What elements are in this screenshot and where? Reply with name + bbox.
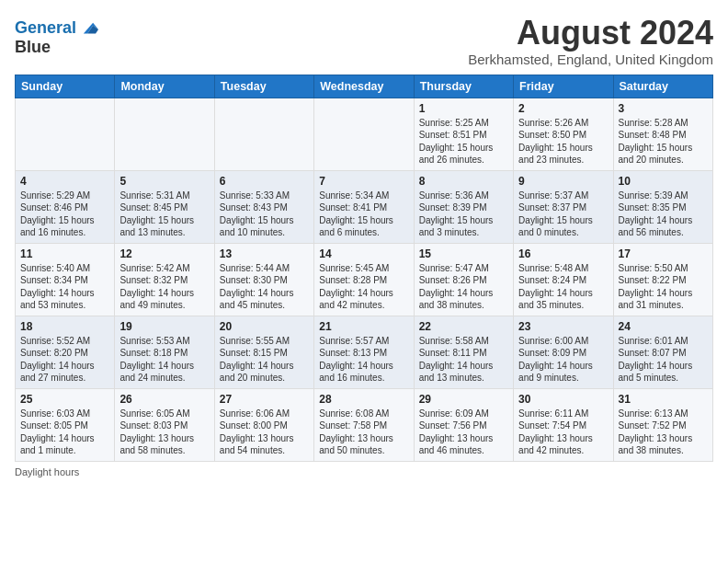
day-number: 25 [20, 393, 109, 406]
calendar-week-row: 25Sunrise: 6:03 AM Sunset: 8:05 PM Dayli… [16, 388, 713, 461]
cell-data: Sunrise: 6:05 AM Sunset: 8:03 PM Dayligh… [119, 408, 209, 457]
calendar-cell: 11Sunrise: 5:40 AM Sunset: 8:34 PM Dayli… [16, 243, 115, 316]
calendar-cell: 31Sunrise: 6:13 AM Sunset: 7:52 PM Dayli… [613, 388, 712, 461]
cell-data: Sunrise: 6:13 AM Sunset: 7:52 PM Dayligh… [619, 408, 708, 457]
day-number: 6 [220, 175, 309, 188]
cell-data: Sunrise: 5:25 AM Sunset: 8:51 PM Dayligh… [419, 117, 508, 167]
calendar-cell: 5Sunrise: 5:31 AM Sunset: 8:45 PM Daylig… [115, 170, 214, 243]
calendar-week-row: 18Sunrise: 5:52 AM Sunset: 8:20 PM Dayli… [16, 316, 713, 388]
calendar-cell: 19Sunrise: 5:53 AM Sunset: 8:18 PM Dayli… [115, 316, 214, 388]
day-number: 7 [319, 175, 408, 188]
calendar-cell: 12Sunrise: 5:42 AM Sunset: 8:32 PM Dayli… [115, 243, 214, 316]
calendar-cell: 28Sunrise: 6:08 AM Sunset: 7:58 PM Dayli… [314, 388, 414, 461]
cell-data: Sunrise: 6:09 AM Sunset: 7:56 PM Dayligh… [419, 408, 508, 457]
calendar-cell [115, 98, 214, 170]
day-number: 2 [518, 102, 608, 115]
cell-data: Sunrise: 5:33 AM Sunset: 8:43 PM Dayligh… [220, 190, 309, 239]
calendar-cell: 7Sunrise: 5:34 AM Sunset: 8:41 PM Daylig… [314, 170, 414, 243]
cell-data: Sunrise: 5:45 AM Sunset: 8:28 PM Dayligh… [319, 262, 408, 312]
weekday-header: Sunday [16, 75, 115, 98]
day-number: 16 [518, 247, 608, 260]
logo-text-line2: Blue [15, 39, 98, 57]
cell-data: Sunrise: 5:55 AM Sunset: 8:15 PM Dayligh… [220, 335, 309, 385]
calendar-cell [314, 98, 414, 170]
day-number: 28 [319, 393, 408, 406]
calendar-cell: 25Sunrise: 6:03 AM Sunset: 8:05 PM Dayli… [16, 388, 115, 461]
calendar-cell: 22Sunrise: 5:58 AM Sunset: 8:11 PM Dayli… [414, 316, 513, 388]
cell-data: Sunrise: 6:08 AM Sunset: 7:58 PM Dayligh… [319, 408, 408, 457]
cell-data: Sunrise: 5:36 AM Sunset: 8:39 PM Dayligh… [419, 190, 508, 239]
month-title: August 2024 [468, 15, 713, 52]
calendar-table: SundayMondayTuesdayWednesdayThursdayFrid… [15, 75, 713, 462]
cell-data: Sunrise: 5:48 AM Sunset: 8:24 PM Dayligh… [518, 262, 608, 312]
calendar-cell: 1Sunrise: 5:25 AM Sunset: 8:51 PM Daylig… [414, 98, 513, 170]
calendar-cell: 2Sunrise: 5:26 AM Sunset: 8:50 PM Daylig… [514, 98, 613, 170]
calendar-cell: 16Sunrise: 5:48 AM Sunset: 8:24 PM Dayli… [514, 243, 613, 316]
calendar-week-row: 4Sunrise: 5:29 AM Sunset: 8:46 PM Daylig… [16, 170, 713, 243]
calendar-cell: 10Sunrise: 5:39 AM Sunset: 8:35 PM Dayli… [613, 170, 712, 243]
cell-data: Sunrise: 5:37 AM Sunset: 8:37 PM Dayligh… [518, 190, 608, 239]
calendar-cell: 3Sunrise: 5:28 AM Sunset: 8:48 PM Daylig… [613, 98, 712, 170]
day-number: 1 [419, 102, 508, 115]
weekday-header: Tuesday [214, 75, 313, 98]
weekday-header: Wednesday [314, 75, 414, 98]
calendar-cell: 17Sunrise: 5:50 AM Sunset: 8:22 PM Dayli… [613, 243, 712, 316]
day-number: 11 [20, 247, 109, 260]
calendar-cell: 8Sunrise: 5:36 AM Sunset: 8:39 PM Daylig… [414, 170, 513, 243]
day-number: 21 [319, 320, 408, 333]
calendar-cell: 20Sunrise: 5:55 AM Sunset: 8:15 PM Dayli… [214, 316, 313, 388]
day-number: 22 [419, 320, 508, 333]
cell-data: Sunrise: 6:11 AM Sunset: 7:54 PM Dayligh… [518, 408, 608, 457]
logo: General Blue [15, 18, 98, 57]
day-number: 20 [220, 320, 309, 333]
calendar-cell: 13Sunrise: 5:44 AM Sunset: 8:30 PM Dayli… [214, 243, 313, 316]
calendar-cell: 21Sunrise: 5:57 AM Sunset: 8:13 PM Dayli… [314, 316, 414, 388]
cell-data: Sunrise: 6:06 AM Sunset: 8:00 PM Dayligh… [220, 408, 309, 457]
cell-data: Sunrise: 5:42 AM Sunset: 8:32 PM Dayligh… [119, 262, 209, 312]
header-row: SundayMondayTuesdayWednesdayThursdayFrid… [16, 75, 713, 98]
day-number: 29 [419, 393, 508, 406]
cell-data: Sunrise: 5:50 AM Sunset: 8:22 PM Dayligh… [619, 262, 708, 312]
cell-data: Sunrise: 5:40 AM Sunset: 8:34 PM Dayligh… [20, 262, 109, 312]
calendar-cell: 30Sunrise: 6:11 AM Sunset: 7:54 PM Dayli… [514, 388, 613, 461]
cell-data: Sunrise: 5:39 AM Sunset: 8:35 PM Dayligh… [619, 190, 708, 239]
day-number: 10 [619, 175, 708, 188]
day-number: 30 [518, 393, 608, 406]
cell-data: Sunrise: 5:31 AM Sunset: 8:45 PM Dayligh… [119, 190, 209, 239]
calendar-cell [214, 98, 313, 170]
day-number: 31 [619, 393, 708, 406]
page: General Blue August 2024 Berkhamsted, En… [0, 0, 728, 487]
calendar-cell: 26Sunrise: 6:05 AM Sunset: 8:03 PM Dayli… [115, 388, 214, 461]
calendar-cell: 23Sunrise: 6:00 AM Sunset: 8:09 PM Dayli… [514, 316, 613, 388]
cell-data: Sunrise: 5:58 AM Sunset: 8:11 PM Dayligh… [419, 335, 508, 385]
calendar-week-row: 11Sunrise: 5:40 AM Sunset: 8:34 PM Dayli… [16, 243, 713, 316]
day-number: 4 [20, 175, 109, 188]
weekday-header: Monday [115, 75, 214, 98]
day-number: 26 [119, 393, 209, 406]
cell-data: Sunrise: 5:26 AM Sunset: 8:50 PM Dayligh… [518, 117, 608, 167]
day-number: 13 [220, 247, 309, 260]
day-number: 27 [220, 393, 309, 406]
title-area: August 2024 Berkhamsted, England, United… [468, 15, 713, 67]
calendar-cell [16, 98, 115, 170]
calendar-cell: 14Sunrise: 5:45 AM Sunset: 8:28 PM Dayli… [314, 243, 414, 316]
calendar-cell: 15Sunrise: 5:47 AM Sunset: 8:26 PM Dayli… [414, 243, 513, 316]
day-number: 9 [518, 175, 608, 188]
weekday-header: Thursday [414, 75, 513, 98]
day-number: 18 [20, 320, 109, 333]
calendar-cell: 9Sunrise: 5:37 AM Sunset: 8:37 PM Daylig… [514, 170, 613, 243]
cell-data: Sunrise: 5:29 AM Sunset: 8:46 PM Dayligh… [20, 190, 109, 239]
day-number: 24 [619, 320, 708, 333]
day-number: 23 [518, 320, 608, 333]
day-number: 19 [119, 320, 209, 333]
logo-icon [78, 18, 98, 39]
location: Berkhamsted, England, United Kingdom [468, 52, 713, 67]
day-number: 15 [419, 247, 508, 260]
calendar-cell: 18Sunrise: 5:52 AM Sunset: 8:20 PM Dayli… [16, 316, 115, 388]
cell-data: Sunrise: 6:03 AM Sunset: 8:05 PM Dayligh… [20, 408, 109, 457]
cell-data: Sunrise: 5:53 AM Sunset: 8:18 PM Dayligh… [119, 335, 209, 385]
weekday-header: Saturday [613, 75, 712, 98]
cell-data: Sunrise: 5:47 AM Sunset: 8:26 PM Dayligh… [419, 262, 508, 312]
cell-data: Sunrise: 6:01 AM Sunset: 8:07 PM Dayligh… [619, 335, 708, 385]
cell-data: Sunrise: 5:52 AM Sunset: 8:20 PM Dayligh… [20, 335, 109, 385]
